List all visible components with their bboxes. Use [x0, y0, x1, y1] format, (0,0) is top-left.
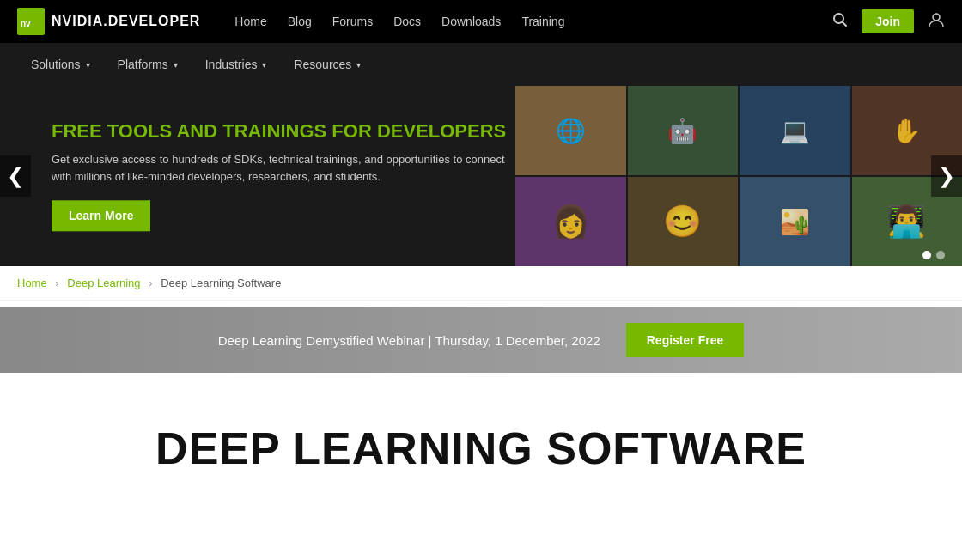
platforms-dropdown-arrow: ▾ — [174, 60, 178, 70]
join-button[interactable]: Join — [862, 9, 914, 33]
breadcrumb: Home › Deep Learning › Deep Learning Sof… — [0, 266, 962, 301]
hero-prev-button[interactable]: ❮ — [0, 155, 31, 197]
hero-content: FREE TOOLS AND TRAININGS FOR DEVELOPERS … — [52, 120, 515, 231]
hero-dots — [922, 251, 945, 259]
hero-image-6: 😊 — [628, 177, 739, 266]
hero-title: FREE TOOLS AND TRAININGS FOR DEVELOPERS — [52, 120, 515, 143]
nav-solutions[interactable]: Solutions ▾ — [17, 43, 104, 86]
hero-banner: FREE TOOLS AND TRAININGS FOR DEVELOPERS … — [0, 86, 962, 266]
nav-home[interactable]: Home — [234, 15, 266, 28]
svg-line-3 — [843, 21, 847, 26]
hero-image-3: 💻 — [740, 86, 850, 175]
breadcrumb-deep-learning[interactable]: Deep Learning — [67, 277, 140, 289]
nav-training[interactable]: Training — [521, 15, 564, 28]
nav-blog[interactable]: Blog — [288, 15, 312, 28]
hero-dot-1[interactable] — [922, 251, 931, 259]
nav-platforms[interactable]: Platforms ▾ — [104, 43, 192, 86]
register-free-button[interactable]: Register Free — [626, 323, 744, 357]
breadcrumb-home[interactable]: Home — [17, 277, 47, 289]
breadcrumb-separator-2: › — [149, 277, 152, 289]
webinar-text: Deep Learning Demystified Webinar | Thur… — [218, 333, 600, 348]
breadcrumb-separator-1: › — [55, 277, 58, 289]
hero-image-1: 🌐 — [515, 86, 626, 175]
nav-resources[interactable]: Resources ▾ — [280, 43, 374, 86]
nav-downloads[interactable]: Downloads — [441, 15, 501, 28]
top-nav-links: Home Blog Forums Docs Downloads Training — [234, 15, 564, 28]
nav-forums[interactable]: Forums — [332, 15, 373, 28]
top-nav-right: Join — [832, 9, 945, 33]
webinar-banner: Deep Learning Demystified Webinar | Thur… — [0, 307, 962, 373]
hero-description: Get exclusive access to hundreds of SDKs… — [52, 152, 515, 186]
learn-more-button[interactable]: Learn More — [52, 201, 150, 232]
hero-image-2: 🤖 — [628, 86, 739, 175]
main-title-section: DEEP LEARNING SOFTWARE — [0, 380, 962, 500]
nav-docs[interactable]: Docs — [393, 15, 421, 28]
search-icon — [832, 12, 848, 27]
logo[interactable]: nv NVIDIA.DEVELOPER — [17, 8, 200, 35]
user-account-button[interactable] — [928, 11, 945, 33]
logo-text: NVIDIA.DEVELOPER — [52, 14, 200, 29]
nvidia-logo-icon: nv — [17, 8, 45, 35]
page-title: DEEP LEARNING SOFTWARE — [17, 423, 945, 474]
nav-industries[interactable]: Industries ▾ — [192, 43, 281, 86]
user-icon — [928, 11, 945, 28]
hero-next-button[interactable]: ❯ — [931, 155, 962, 197]
secondary-navigation: Solutions ▾ Platforms ▾ Industries ▾ Res… — [0, 43, 962, 86]
svg-text:nv: nv — [21, 19, 31, 28]
breadcrumb-current: Deep Learning Software — [161, 277, 281, 289]
top-navigation: nv NVIDIA.DEVELOPER Home Blog Forums Doc… — [0, 0, 962, 43]
hero-images: 🌐 🤖 💻 ✋ 👩 😊 🏜️ 👨‍💻 — [515, 86, 962, 266]
resources-dropdown-arrow: ▾ — [356, 60, 361, 70]
hero-image-5: 👩 — [515, 177, 626, 266]
search-button[interactable] — [832, 12, 848, 32]
svg-point-4 — [933, 14, 940, 21]
industries-dropdown-arrow: ▾ — [262, 60, 266, 70]
hero-dot-2[interactable] — [936, 251, 945, 259]
hero-image-7: 🏜️ — [740, 177, 850, 266]
solutions-dropdown-arrow: ▾ — [86, 60, 90, 70]
